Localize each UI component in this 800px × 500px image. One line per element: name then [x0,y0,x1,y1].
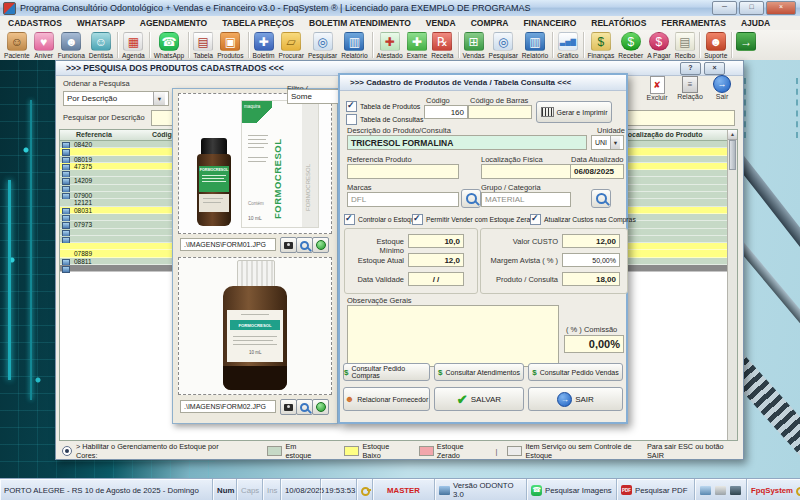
load-image1-button[interactable] [312,237,329,253]
toolbar-apagar[interactable]: $A Pagar [645,31,672,60]
permitir-vender-checkbox[interactable]: Permitir Vender com Estoque Zerado [412,214,538,225]
data-atualizado-field[interactable]: 06/08/2025 [570,164,624,179]
menu-compra[interactable]: COMPRA [471,18,509,28]
toolbar-receita[interactable]: ℞Receita [429,31,455,60]
menu-cadastros[interactable]: CADASTROS [8,18,62,28]
circuit-trace [8,180,11,380]
image1-path-field[interactable]: .\IMAGENS\FORM01.JPG [180,238,276,251]
capture-image2-button[interactable] [280,399,297,415]
delete-button[interactable]: ✘ Excluir [644,76,670,101]
estoque-minimo-field[interactable]: 10,0 [408,234,464,248]
capture-image1-button[interactable] [280,237,297,253]
zoom-image1-button[interactable] [296,237,313,253]
valor-custo-field[interactable]: 12,00 [562,234,620,248]
codigo-field[interactable]: 160 [424,105,468,119]
consultar-compras-button[interactable]: $Consultar Pedido Compras [343,363,430,381]
toolbar-procurar[interactable]: ▱Procurar [277,31,306,60]
load-image2-button[interactable] [312,399,329,415]
toolbar-atestado[interactable]: ✚Atestado [375,31,405,60]
key-icon [361,485,368,495]
toolbar-relatorio-produtos[interactable]: ▥Relatório [339,31,369,60]
table-scrollbar[interactable]: ▲ [727,130,737,440]
toolbar-aniver[interactable]: ♥Aniver [32,31,56,60]
controlar-estoque-checkbox[interactable]: Controlar o Estoque [344,214,418,225]
toolbar-pesquisar-produtos[interactable]: ◎Pesquisar [306,31,339,60]
column-referencia[interactable]: Referencia [76,131,112,138]
gerar-imprimir-button[interactable]: Gerar e Imprimir [536,101,612,123]
bottle2-label: FORMOCRESOL 10 mL [227,310,283,362]
menu-financeiro[interactable]: FINANCEIRO [523,18,576,28]
menu-agendamento[interactable]: AGENDAMENTO [140,18,207,28]
tabela-consultas-checkbox[interactable]: Tabela de Consultas [346,114,423,125]
status-tools[interactable] [695,479,747,500]
status-search-images[interactable]: ☎ Pesquisar Imagens [527,479,617,500]
consultar-vendas-button[interactable]: $Consultar Pedido Vendas [528,363,623,381]
scrollbar-thumb[interactable] [729,140,736,170]
toolbar-tabela[interactable]: ▤Tabela [191,31,215,60]
exit-window-button[interactable]: → Sair [710,75,734,100]
minimize-button[interactable]: ─ [712,1,737,15]
toolbar-sair[interactable]: → [734,31,758,53]
grupo-field[interactable]: MATERIAL [481,192,571,207]
relation-button[interactable]: ≡ Relação [676,76,704,100]
menu-venda[interactable]: VENDA [426,18,456,28]
zoom-image2-button[interactable] [296,399,313,415]
toolbar-exame[interactable]: ✚Exame [405,31,430,60]
window-close-button[interactable]: × [704,62,725,75]
toolbar-relatorio-vendas[interactable]: ▥Relatório [520,31,550,60]
marcas-field[interactable]: DFL [347,192,459,207]
toolbar-boletim[interactable]: ✚Boletim [251,31,277,60]
menu-boletim[interactable]: BOLETIM ATENDIMENTO [309,18,411,28]
box-text-line [248,143,268,144]
toolbar-funciona[interactable]: ☻Funciona [56,31,87,60]
sair-button[interactable]: →SAIR [528,387,623,411]
consultar-atendimentos-button[interactable]: $Consultar Atendimentos [434,363,524,381]
comissao-field[interactable]: 0,00% [564,335,624,353]
maximize-button[interactable]: □ [739,1,764,15]
help-button[interactable]: ? [680,62,701,75]
menu-tabela-precos[interactable]: TABELA PREÇOS [222,18,294,28]
estoque-atual-field[interactable]: 12,0 [408,253,464,267]
toolbar-receber[interactable]: $Receber [616,31,645,60]
toolbar-recibo[interactable]: ▤Recibo [673,31,698,60]
toolbar-pesquisar-vendas[interactable]: ◎Pesquisar [487,31,520,60]
scroll-up-icon[interactable]: ▲ [728,130,737,140]
camera-icon [284,242,293,249]
barras-field[interactable] [468,105,532,119]
tabela-produtos-checkbox[interactable]: Tabela de Produtos [346,101,420,112]
filter-select[interactable]: Some [287,89,340,104]
toolbar-produtos[interactable]: ▣Produtos [215,31,245,60]
magnifier-icon [300,241,309,250]
toolbar-suporte[interactable]: ☻Suporte [702,31,729,60]
descricao-field[interactable]: TRICRESOL FORMALINA [347,135,587,150]
menu-whatsapp[interactable]: WHATSAPP [77,18,125,28]
atualizar-custos-checkbox[interactable]: Atualizar Custos nas Compras [530,214,636,225]
toolbar-dentista[interactable]: ☺Dentista [87,31,115,60]
menu-relatorios[interactable]: RELATÓRIOS [591,18,646,28]
toolbar-grafico[interactable]: ▃▅▇Gráfico [555,31,580,60]
marcas-search-button[interactable] [461,189,481,208]
toolbar-vendas[interactable]: ⊞Vendas [461,31,487,60]
salvar-button[interactable]: ✔SALVAR [434,387,524,411]
relacionar-fornecedor-button[interactable]: ☻Relacionar Fornecedor [343,387,430,411]
menu-ferramentas[interactable]: FERRAMENTAS [661,18,726,28]
unidade-select[interactable]: UNI ▼ [591,135,624,150]
color-management-radio[interactable] [62,446,72,456]
status-search-pdf[interactable]: PDF Pesquisar PDF [617,479,695,500]
toolbar-paciente[interactable]: ☺Paciente [2,31,32,60]
menu-ajuda[interactable]: AJUDA [741,18,770,28]
referencia-field[interactable] [347,164,459,179]
grupo-search-button[interactable] [591,189,611,208]
observacoes-textarea[interactable] [347,305,559,367]
bottle2-label-band: FORMOCRESOL [230,320,280,330]
toolbar-agenda[interactable]: ▦Agenda [120,31,147,60]
toolbar-whatsapp[interactable]: ☎WhatsApp [152,31,186,60]
image2-path-field[interactable]: .\IMAGENS\FORM02.JPG [180,400,276,413]
produto-consulta-field[interactable]: 18,00 [562,272,620,286]
toolbar-financas[interactable]: $Finanças [586,31,617,60]
localizacao-fisica-field[interactable] [481,164,571,179]
order-search-select[interactable]: Por Descrição ▼ [63,91,169,106]
margem-field[interactable]: 50,00% [562,253,620,267]
data-validade-field[interactable]: / / [408,272,464,286]
close-button[interactable]: × [766,1,796,15]
